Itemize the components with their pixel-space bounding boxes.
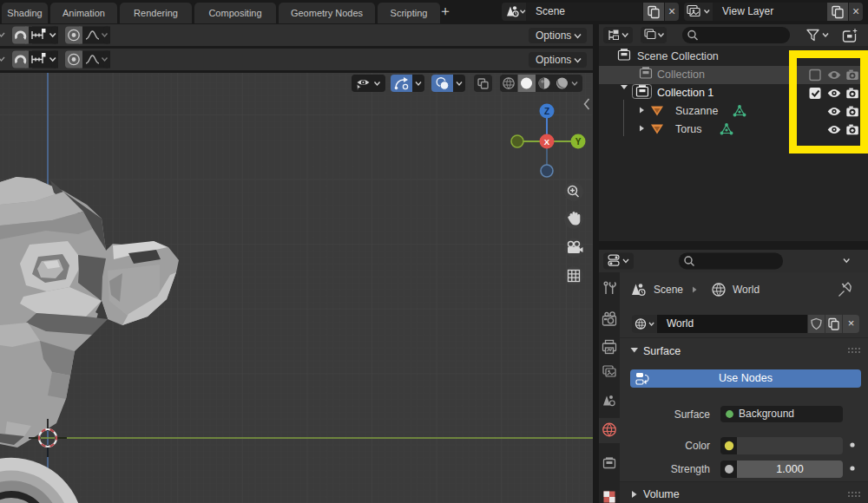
svg-text:Y: Y [575, 137, 582, 147]
svg-text:X: X [544, 137, 550, 147]
svg-text:Z: Z [544, 107, 549, 116]
